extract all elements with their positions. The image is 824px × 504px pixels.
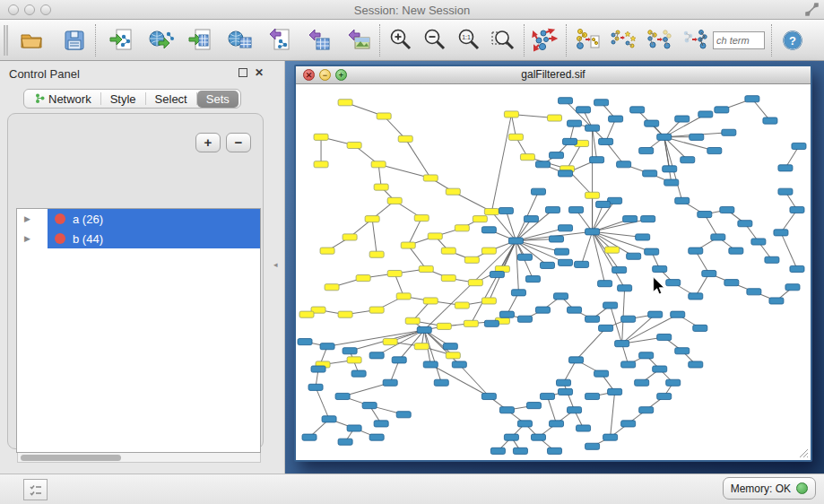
- graph-node-blue[interactable]: [302, 434, 317, 440]
- graph-node-blue[interactable]: [745, 96, 759, 102]
- graph-edge[interactable]: [316, 387, 329, 420]
- graph-node-blue[interactable]: [639, 352, 654, 359]
- export-table-icon[interactable]: [305, 26, 334, 55]
- graph-edge[interactable]: [564, 383, 575, 410]
- graph-node-blue[interactable]: [653, 366, 667, 372]
- graph-node-yellow[interactable]: [605, 247, 620, 253]
- import-network-url-icon[interactable]: [147, 26, 176, 55]
- graph-edge[interactable]: [372, 219, 377, 255]
- graph-node-blue[interactable]: [724, 280, 739, 286]
- graph-node-yellow[interactable]: [508, 134, 523, 140]
- set-row[interactable]: ▶a (26): [17, 209, 260, 229]
- graph-node-blue[interactable]: [635, 379, 649, 386]
- graph-node-blue[interactable]: [722, 129, 736, 135]
- graph-node-blue[interactable]: [648, 311, 663, 317]
- graph-node-blue[interactable]: [531, 434, 545, 440]
- graph-node-blue[interactable]: [598, 281, 612, 287]
- graph-node-blue[interactable]: [320, 343, 334, 350]
- graph-node-blue[interactable]: [621, 316, 636, 322]
- task-history-button[interactable]: [23, 479, 48, 500]
- graph-node-yellow[interactable]: [520, 154, 534, 161]
- graph-node-blue[interactable]: [765, 256, 779, 263]
- graph-node-blue[interactable]: [702, 270, 716, 276]
- graph-node-blue[interactable]: [689, 248, 703, 254]
- graph-node-blue[interactable]: [645, 248, 659, 255]
- graph-node-blue[interactable]: [627, 253, 641, 259]
- network-canvas[interactable]: [296, 84, 811, 460]
- clone-network-icon[interactable]: [609, 26, 638, 55]
- graph-node-yellow[interactable]: [446, 352, 460, 359]
- graph-node-blue[interactable]: [549, 421, 563, 427]
- graph-node-blue[interactable]: [569, 206, 584, 213]
- graph-node-blue[interactable]: [790, 265, 804, 272]
- graph-node-yellow[interactable]: [371, 161, 386, 168]
- graph-node-yellow[interactable]: [585, 192, 600, 198]
- graph-node-blue[interactable]: [540, 262, 554, 268]
- graph-node-yellow[interactable]: [387, 270, 402, 276]
- graph-node-blue[interactable]: [535, 307, 550, 313]
- graph-node-yellow[interactable]: [414, 215, 429, 222]
- set-row[interactable]: ▶b (44): [17, 229, 260, 248]
- graph-node-blue[interactable]: [481, 227, 496, 233]
- graph-node-blue[interactable]: [531, 188, 545, 195]
- graph-node-blue[interactable]: [513, 448, 527, 454]
- graph-node-blue[interactable]: [639, 148, 654, 154]
- graph-node-yellow[interactable]: [369, 251, 384, 257]
- graph-node-yellow[interactable]: [396, 293, 411, 300]
- graph-node-blue[interactable]: [343, 348, 357, 354]
- graph-node-blue[interactable]: [774, 230, 788, 236]
- search-input[interactable]: [713, 31, 765, 49]
- graph-node-blue[interactable]: [434, 379, 448, 386]
- graph-node-blue[interactable]: [549, 236, 563, 242]
- graph-node-blue[interactable]: [698, 111, 713, 117]
- resize-grip-icon[interactable]: [797, 447, 809, 458]
- graph-node-yellow[interactable]: [464, 256, 479, 263]
- graph-node-yellow[interactable]: [423, 298, 438, 304]
- graph-edge[interactable]: [593, 128, 597, 161]
- import-table-file-icon[interactable]: [186, 26, 215, 55]
- graph-edge[interactable]: [593, 204, 603, 231]
- graph-node-blue[interactable]: [338, 439, 352, 445]
- graph-node-blue[interactable]: [612, 266, 627, 273]
- graph-node-blue[interactable]: [645, 120, 659, 126]
- graph-node-blue[interactable]: [452, 361, 466, 368]
- graph-node-blue[interactable]: [657, 393, 672, 399]
- add-set-button[interactable]: +: [195, 133, 221, 152]
- graph-node-blue[interactable]: [499, 207, 513, 213]
- graph-node-yellow[interactable]: [338, 100, 352, 106]
- graph-node-blue[interactable]: [608, 388, 622, 395]
- zoom-selected-region-icon[interactable]: [489, 26, 517, 55]
- graph-node-blue[interactable]: [517, 421, 532, 427]
- graph-node-yellow[interactable]: [347, 357, 361, 363]
- graph-node-blue[interactable]: [599, 138, 613, 144]
- graph-node-yellow[interactable]: [347, 142, 361, 148]
- graph-node-blue[interactable]: [603, 302, 618, 308]
- graph-node-yellow[interactable]: [484, 208, 499, 214]
- graph-node-blue[interactable]: [653, 265, 667, 272]
- graph-node-blue[interactable]: [585, 316, 600, 322]
- graph-node-blue[interactable]: [623, 216, 638, 222]
- graph-node-blue[interactable]: [504, 434, 518, 440]
- graph-node-blue[interactable]: [517, 316, 532, 322]
- graph-node-blue[interactable]: [618, 285, 632, 291]
- graph-node-blue[interactable]: [499, 407, 514, 413]
- graph-node-blue[interactable]: [778, 165, 793, 171]
- graph-node-yellow[interactable]: [401, 242, 415, 248]
- graph-edge[interactable]: [781, 232, 797, 269]
- graph-node-blue[interactable]: [490, 448, 505, 454]
- graph-node-blue[interactable]: [554, 293, 568, 300]
- collapse-panel-icon[interactable]: ◂: [273, 260, 278, 269]
- graph-node-blue[interactable]: [689, 361, 703, 368]
- network-view-window[interactable]: ✕ − + galFiltered.sif: [294, 65, 812, 462]
- graph-edge[interactable]: [593, 231, 625, 288]
- import-network-file-icon[interactable]: [108, 26, 136, 55]
- graph-node-blue[interactable]: [621, 361, 636, 368]
- graph-node-yellow[interactable]: [455, 225, 469, 231]
- graph-node-blue[interactable]: [559, 225, 573, 231]
- close-panel-icon[interactable]: ✕: [255, 66, 264, 79]
- graph-node-blue[interactable]: [615, 341, 629, 347]
- graph-node-blue[interactable]: [369, 434, 384, 440]
- graph-node-blue[interactable]: [374, 421, 388, 427]
- graph-node-yellow[interactable]: [464, 320, 478, 326]
- panel-splitter[interactable]: ◂: [269, 61, 285, 474]
